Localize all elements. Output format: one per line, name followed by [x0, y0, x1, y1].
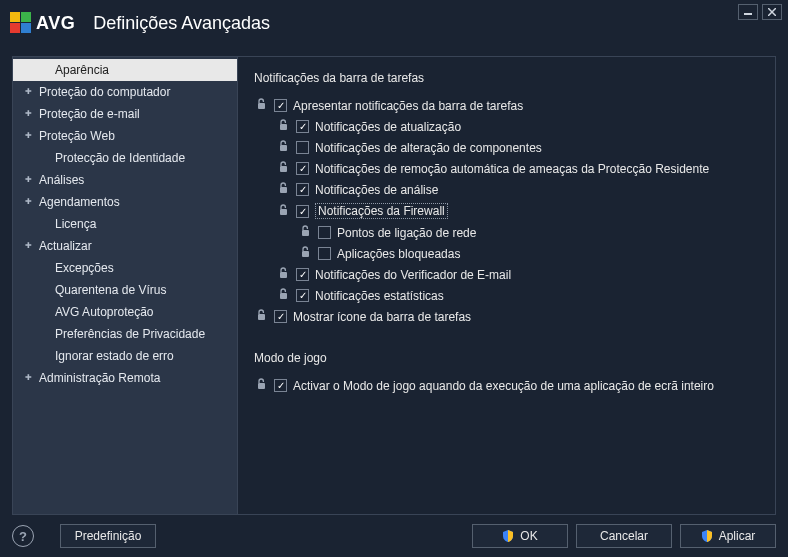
svg-rect-18	[258, 383, 265, 389]
sidebar-item-label: Administração Remota	[39, 370, 160, 386]
lock-icon	[276, 267, 290, 282]
svg-rect-8	[280, 124, 287, 130]
sidebar-item-6[interactable]: ✚Agendamentos	[13, 191, 237, 213]
checkbox[interactable]: ✓	[296, 205, 309, 218]
svg-rect-4	[744, 13, 752, 15]
checkbox[interactable]	[318, 226, 331, 239]
checkbox[interactable]: ✓	[296, 120, 309, 133]
expand-icon: ✚	[23, 109, 33, 119]
sidebar-item-label: Proteção Web	[39, 128, 115, 144]
lock-icon	[298, 246, 312, 261]
sidebar-item-14[interactable]: ✚Administração Remota	[13, 367, 237, 389]
minimize-icon	[743, 8, 753, 16]
lock-icon	[276, 140, 290, 155]
checkbox[interactable]: ✓	[274, 310, 287, 323]
lock-icon	[276, 204, 290, 219]
sidebar-item-11[interactable]: AVG Autoproteção	[13, 301, 237, 323]
help-button[interactable]: ?	[12, 525, 34, 547]
sidebar-item-10[interactable]: Quarentena de Vírus	[13, 279, 237, 301]
lock-icon	[254, 378, 268, 393]
svg-rect-10	[280, 166, 287, 172]
checkbox[interactable]	[318, 247, 331, 260]
expand-icon: ✚	[23, 373, 33, 383]
sidebar-item-label: Ignorar estado de erro	[55, 348, 174, 364]
expand-icon: ✚	[23, 175, 33, 185]
sidebar-item-12[interactable]: Preferências de Privacidade	[13, 323, 237, 345]
window-title: Definições Avançadas	[93, 13, 270, 34]
sidebar-item-4[interactable]: Protecção de Identidade	[13, 147, 237, 169]
svg-rect-3	[21, 23, 31, 33]
checkbox[interactable]: ✓	[274, 99, 287, 112]
avg-square-icon	[10, 12, 32, 34]
titlebar: AVG Definições Avançadas	[0, 0, 788, 46]
lock-icon	[276, 161, 290, 176]
sidebar-item-7[interactable]: Licença	[13, 213, 237, 235]
expand-icon: ✚	[23, 87, 33, 97]
sidebar-item-8[interactable]: ✚Actualizar	[13, 235, 237, 257]
shield-icon	[701, 530, 713, 542]
option-row-10: ✓Mostrar ícone da barra de tarefas	[254, 306, 759, 327]
option-label: Notificações de análise	[315, 183, 438, 197]
content-panel: Notificações da barra de tarefas ✓Aprese…	[238, 56, 776, 515]
expand-icon: ✚	[23, 131, 33, 141]
svg-rect-12	[280, 209, 287, 215]
option-label: Notificações de alteração de componentes	[315, 141, 542, 155]
option-row-5: ✓Notificações da Firewall	[276, 200, 759, 222]
default-button-label: Predefinição	[75, 529, 142, 543]
sidebar-item-0[interactable]: Aparência	[13, 59, 237, 81]
cancel-button-label: Cancelar	[600, 529, 648, 543]
option-label: Apresentar notificações da barra de tare…	[293, 99, 523, 113]
checkbox[interactable]: ✓	[296, 289, 309, 302]
cancel-button[interactable]: Cancelar	[576, 524, 672, 548]
checkbox[interactable]: ✓	[296, 268, 309, 281]
checkbox[interactable]	[296, 141, 309, 154]
sidebar-item-13[interactable]: Ignorar estado de erro	[13, 345, 237, 367]
checkbox-game-mode[interactable]: ✓	[274, 379, 287, 392]
option-row-9: ✓Notificações estatísticas	[276, 285, 759, 306]
sidebar-item-label: Quarentena de Vírus	[55, 282, 166, 298]
sidebar-item-label: Excepções	[55, 260, 114, 276]
expand-icon: ✚	[23, 197, 33, 207]
lock-icon	[298, 225, 312, 240]
sidebar-item-3[interactable]: ✚Proteção Web	[13, 125, 237, 147]
minimize-button[interactable]	[738, 4, 758, 20]
sidebar-item-label: Licença	[55, 216, 96, 232]
option-row-8: ✓Notificações do Verificador de E-mail	[276, 264, 759, 285]
option-row-7: Aplicações bloqueadas	[298, 243, 759, 264]
sidebar-item-label: AVG Autoproteção	[55, 304, 154, 320]
svg-rect-11	[280, 187, 287, 193]
apply-button-label: Aplicar	[719, 529, 756, 543]
footer: ? Predefinição OK Cancelar Aplicar	[0, 515, 788, 557]
close-button[interactable]	[762, 4, 782, 20]
shield-icon	[502, 530, 514, 542]
option-row-1: ✓Notificações de atualização	[276, 116, 759, 137]
svg-rect-14	[302, 251, 309, 257]
svg-rect-16	[280, 293, 287, 299]
sidebar-item-9[interactable]: Excepções	[13, 257, 237, 279]
ok-button[interactable]: OK	[472, 524, 568, 548]
sidebar-item-2[interactable]: ✚Proteção de e-mail	[13, 103, 237, 125]
svg-rect-2	[10, 23, 20, 33]
option-label: Aplicações bloqueadas	[337, 247, 460, 261]
lock-icon	[276, 288, 290, 303]
checkbox[interactable]: ✓	[296, 162, 309, 175]
sidebar-item-label: Preferências de Privacidade	[55, 326, 205, 342]
svg-rect-17	[258, 314, 265, 320]
option-label: Notificações de remoção automática de am…	[315, 162, 709, 176]
sidebar-item-1[interactable]: ✚Proteção do computador	[13, 81, 237, 103]
default-button[interactable]: Predefinição	[60, 524, 156, 548]
window-controls	[738, 4, 782, 20]
sidebar: Aparência✚Proteção do computador✚Proteçã…	[12, 56, 238, 515]
svg-rect-15	[280, 272, 287, 278]
option-label: Notificações da Firewall	[315, 203, 448, 219]
checkbox[interactable]: ✓	[296, 183, 309, 196]
option-game-mode: ✓ Activar o Modo de jogo aquando da exec…	[254, 375, 759, 396]
lock-icon	[276, 119, 290, 134]
apply-button[interactable]: Aplicar	[680, 524, 776, 548]
option-label: Mostrar ícone da barra de tarefas	[293, 310, 471, 324]
sidebar-item-label: Agendamentos	[39, 194, 120, 210]
sidebar-item-5[interactable]: ✚Análises	[13, 169, 237, 191]
option-label: Notificações de atualização	[315, 120, 461, 134]
option-row-4: ✓Notificações de análise	[276, 179, 759, 200]
ok-button-label: OK	[520, 529, 537, 543]
